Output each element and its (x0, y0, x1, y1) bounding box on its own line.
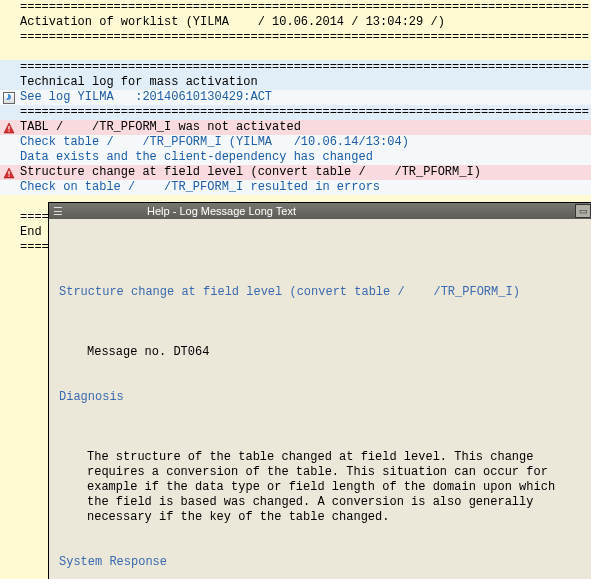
help-title: Help - Log Message Long Text (67, 205, 575, 217)
help-body: Structure change at field level (convert… (49, 219, 591, 579)
error-icon (0, 122, 18, 134)
help-diagnosis-heading: Diagnosis (59, 390, 124, 404)
log-blank (0, 45, 591, 60)
help-response-heading: System Response (59, 555, 167, 569)
log-text: Structure change at field level (convert… (18, 165, 591, 180)
log-separator: ========================================… (0, 105, 591, 120)
error-icon (0, 167, 18, 179)
menu-icon[interactable]: ☰ (49, 205, 67, 218)
log-separator: ========================================… (0, 30, 591, 45)
log-text: ========================================… (18, 105, 591, 120)
svg-rect-1 (8, 126, 9, 130)
log-text: TABL / /TR_PFORM_I was not activated (18, 120, 591, 135)
log-text: ========================================… (18, 60, 591, 75)
log-see-log[interactable]: See log YILMA :20140610130429:ACT (0, 90, 591, 105)
help-titlebar[interactable]: ☰ Help - Log Message Long Text ▭ (49, 203, 591, 219)
log-check-table[interactable]: Check table / /TR_PFORM_I (YILMA /10.06.… (0, 135, 591, 150)
log-text: Check on table / /TR_PFORM_I resulted in… (18, 180, 591, 195)
log-text: ========================================… (18, 30, 591, 45)
help-diagnosis-text: The structure of the table changed at fi… (59, 450, 581, 525)
help-heading: Structure change at field level (convert… (59, 285, 520, 299)
document-icon (0, 92, 18, 104)
help-dialog: ☰ Help - Log Message Long Text ▭ Structu… (48, 202, 591, 579)
log-text[interactable]: See log YILMA :20140610130429:ACT (18, 90, 591, 105)
log-text: Activation of worklist (YILMA / 10.06.20… (18, 15, 591, 30)
svg-rect-5 (8, 175, 9, 176)
log-activation-header: Activation of worklist (YILMA / 10.06.20… (0, 15, 591, 30)
log-check-errors[interactable]: Check on table / /TR_PFORM_I resulted in… (0, 180, 591, 195)
log-separator: ========================================… (0, 60, 591, 75)
log-text: ========================================… (18, 0, 591, 15)
log-error-tabl[interactable]: TABL / /TR_PFORM_I was not activated (0, 120, 591, 135)
log-technical-header: Technical log for mass activation (0, 75, 591, 90)
svg-rect-4 (8, 171, 9, 175)
svg-rect-2 (8, 130, 9, 131)
log-error-structure[interactable]: Structure change at field level (convert… (0, 165, 591, 180)
log-text: Data exists and the client-dependency ha… (18, 150, 591, 165)
close-icon[interactable]: ▭ (575, 204, 591, 218)
log-data-exists[interactable]: Data exists and the client-dependency ha… (0, 150, 591, 165)
log-separator: ========================================… (0, 0, 591, 15)
help-message-no: Message no. DT064 (59, 345, 581, 360)
log-text: Check table / /TR_PFORM_I (YILMA /10.06.… (18, 135, 591, 150)
log-text: Technical log for mass activation (18, 75, 591, 90)
